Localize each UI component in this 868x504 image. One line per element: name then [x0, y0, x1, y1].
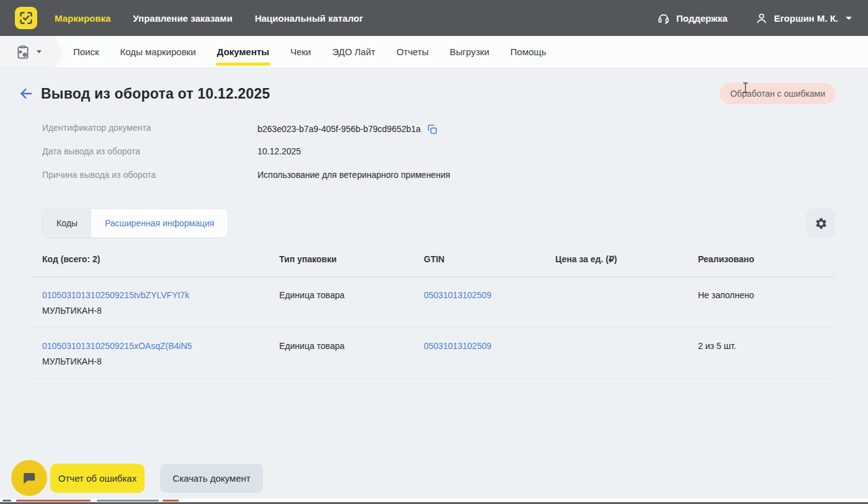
section-tabs: Поиск Коды маркировки Документы Чеки ЭДО…: [73, 36, 546, 68]
table-row: 0105031013102509215tvbZYLVFYt7k МУЛЬТИКА…: [32, 277, 836, 328]
support-label: Поддержка: [676, 13, 728, 24]
artifact-dash: [2, 500, 11, 502]
packaging-type: Единица товара: [279, 341, 424, 351]
chat-bubble-icon: [21, 470, 37, 486]
gtin-link[interactable]: 05031013102509: [424, 290, 491, 300]
topnav-item-national-catalog[interactable]: Национальный каталог: [255, 13, 363, 24]
col-header-code: Код (всего: 2): [32, 254, 279, 264]
tab-documents[interactable]: Документы: [217, 36, 269, 68]
artifact-dash: [97, 500, 159, 502]
page-title: Вывод из оборота от 10.12.2025: [41, 86, 270, 102]
screen-edge-artifact: [0, 498, 868, 504]
brand-logo[interactable]: [15, 7, 37, 29]
tab-reports[interactable]: Отчеты: [396, 36, 429, 68]
code-link[interactable]: 0105031013102509215tvbZYLVFYt7k: [42, 290, 279, 300]
packaging-type: Единица товара: [279, 290, 424, 300]
tab-edo-lite[interactable]: ЭДО Лайт: [332, 36, 375, 68]
col-header-packaging: Тип упаковки: [279, 254, 424, 264]
topnav-item-marking[interactable]: Маркировка: [55, 13, 110, 24]
document-details: Идентификатор документа b263e023-b7a9-40…: [0, 104, 868, 183]
tab-search[interactable]: Поиск: [73, 36, 99, 68]
chevron-down-icon: [37, 50, 42, 53]
realized-value: 2 из 5 шт.: [698, 341, 836, 351]
top-navbar: Маркировка Управление заказами Националь…: [0, 0, 868, 36]
table-row: 0105031013102509215xOAsqZ(B4iN5 МУЛЬТИКА…: [32, 328, 836, 379]
chat-widget-button[interactable]: [11, 460, 47, 496]
status-badge: Обработан с ошибками: [720, 83, 836, 104]
product-name: МУЛЬТИКАН-8: [42, 356, 279, 366]
tab-help[interactable]: Помощь: [511, 36, 547, 68]
product-switcher: Маркировка Управление заказами Националь…: [55, 13, 363, 24]
download-document-button[interactable]: Скачать документ: [160, 464, 263, 493]
page-header: Вывод из оборота от 10.12.2025 Обработан…: [0, 68, 868, 104]
code-link[interactable]: 0105031013102509215xOAsqZ(B4iN5: [42, 341, 279, 351]
table-header-row: Код (всего: 2) Тип упаковки GTIN Цена за…: [32, 254, 836, 277]
copy-button[interactable]: [426, 123, 438, 135]
back-button[interactable]: [17, 85, 35, 102]
divider: [55, 36, 63, 68]
headset-icon: [657, 12, 670, 25]
detail-value: b263e023-b7a9-405f-956b-b79cd9652b1a: [257, 123, 438, 135]
realized-value: Не заполнено: [698, 290, 836, 300]
col-header-realized: Реализовано: [698, 254, 836, 264]
tab-exports[interactable]: Выгрузки: [450, 36, 490, 68]
tab-codes[interactable]: Коды: [43, 209, 91, 237]
codes-table: Код (всего: 2) Тип упаковки GTIN Цена за…: [32, 254, 836, 379]
view-tabs: Коды Расширенная информация: [42, 208, 228, 238]
support-button[interactable]: Поддержка: [657, 12, 728, 25]
tab-extended-info[interactable]: Расширенная информация: [91, 209, 228, 237]
product-name: МУЛЬТИКАН-8: [42, 306, 279, 316]
detail-label: Причина вывода из оборота: [42, 170, 257, 180]
topnav-item-order-management[interactable]: Управление заказами: [133, 13, 232, 24]
col-header-price: Цена за ед. (₽): [555, 254, 698, 264]
section-navbar: Поиск Коды маркировки Документы Чеки ЭДО…: [0, 36, 868, 68]
detail-label: Идентификатор документа: [42, 123, 257, 133]
detail-row-identifier: Идентификатор документа b263e023-b7a9-40…: [42, 123, 836, 136]
user-menu[interactable]: Егоршин М. К.: [755, 12, 852, 25]
col-header-gtin: GTIN: [424, 254, 555, 264]
table-settings-button[interactable]: [806, 208, 836, 238]
scan-check-icon: [19, 11, 34, 25]
copy-icon: [426, 123, 438, 135]
workspace-switcher[interactable]: [0, 36, 55, 68]
view-controls: Коды Расширенная информация: [42, 208, 836, 238]
user-name: Егоршин М. К.: [774, 13, 838, 24]
topnav-right: Поддержка Егоршин М. К.: [657, 12, 852, 25]
detail-row-reason: Причина вывода из оборота Использование …: [42, 170, 836, 183]
document-id-value: b263e023-b7a9-405f-956b-b79cd9652b1a: [257, 124, 421, 134]
artifact-dash: [16, 500, 91, 502]
detail-row-date: Дата вывода из оборота 10.12.2025: [42, 146, 836, 159]
detail-value: Использование для ветеринарного применен…: [257, 170, 450, 180]
artifact-dash: [163, 500, 179, 502]
error-report-button[interactable]: Отчет об ошибках: [50, 464, 145, 493]
tab-marking-codes[interactable]: Коды маркировки: [120, 36, 196, 68]
tab-receipts[interactable]: Чеки: [290, 36, 311, 68]
arrow-left-icon: [18, 86, 34, 102]
clipboard-add-settings-icon: [15, 44, 31, 60]
chevron-down-icon: [846, 17, 852, 20]
detail-value: 10.12.2025: [257, 146, 301, 156]
gtin-link[interactable]: 05031013102509: [424, 341, 491, 351]
detail-label: Дата вывода из оборота: [42, 146, 257, 156]
gear-icon: [815, 217, 828, 230]
user-icon: [755, 12, 768, 25]
